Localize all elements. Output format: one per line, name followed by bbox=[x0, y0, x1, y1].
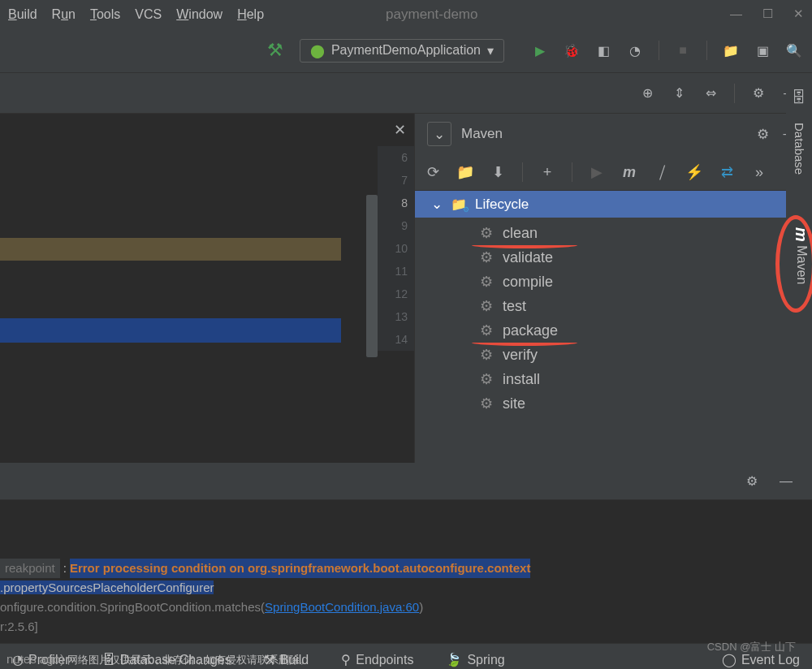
main-menu: BBuilduild Run Tools VCS Window Help bbox=[8, 7, 264, 22]
endpoints-icon: ⚲ bbox=[341, 652, 351, 667]
gear-icon: ⚙ bbox=[480, 273, 493, 291]
breakpoint-label: reakpoint bbox=[0, 559, 60, 578]
run-maven-icon[interactable]: ▶ bbox=[587, 162, 607, 182]
gear-icon[interactable]: ⚙ bbox=[742, 472, 762, 491]
gear-icon: ⚙ bbox=[480, 224, 493, 242]
reload-icon[interactable]: ⟳ bbox=[423, 162, 443, 182]
editor-scrollbar[interactable] bbox=[366, 195, 378, 357]
minimize-icon[interactable]: — bbox=[776, 472, 796, 491]
profile-icon[interactable]: ◔ bbox=[625, 41, 645, 60]
editor-highlight-blue bbox=[0, 318, 341, 343]
menu-vcs[interactable]: VCS bbox=[135, 7, 162, 22]
content-area: ✕ ⌄ 6 7 8 9 10 11 12 13 14 ⌄ Maven ⚙ — ⟳… bbox=[0, 114, 812, 463]
menu-run[interactable]: Run bbox=[52, 7, 76, 22]
maven-m-icon[interactable]: m bbox=[620, 162, 639, 182]
lifecycle-install[interactable]: ⚙install bbox=[415, 367, 812, 391]
menu-window[interactable]: Window bbox=[176, 7, 222, 22]
panel-chevron-icon[interactable]: ⌄ bbox=[427, 122, 451, 146]
gear-icon: ⚙ bbox=[480, 297, 493, 315]
panel-gear-icon[interactable]: ⚙ bbox=[753, 124, 772, 144]
watermark: CSDN @富士 山下 bbox=[707, 640, 796, 654]
annotation-mark bbox=[472, 242, 577, 248]
coverage-icon[interactable]: ◧ bbox=[594, 41, 613, 60]
skip-tests-icon[interactable]: ⧸ bbox=[652, 162, 672, 182]
lifecycle-test[interactable]: ⚙test bbox=[415, 294, 812, 318]
spring-tab[interactable]: 🍃Spring bbox=[446, 652, 504, 667]
lifecycle-list: ⚙clean ⚙validate ⚙compile ⚙test ⚙package… bbox=[415, 218, 812, 419]
spring-icon: 🍃 bbox=[446, 652, 462, 667]
console[interactable]: reakpoint : Error processing condition o… bbox=[0, 552, 812, 643]
gear-icon: ⚙ bbox=[480, 370, 493, 388]
line-number: 10 bbox=[378, 237, 408, 260]
lifecycle-clean[interactable]: ⚙clean bbox=[415, 221, 812, 245]
source-link[interactable]: SpringBootCondition.java:60 bbox=[265, 600, 419, 614]
error-text-2: .propertySourcesPlaceholderConfigurer bbox=[0, 581, 214, 594]
line-number: 14 bbox=[378, 328, 408, 351]
error-text: Error processing condition on org.spring… bbox=[70, 559, 531, 578]
close-icon[interactable]: ✕ bbox=[793, 6, 804, 21]
expand-icon[interactable]: ⇕ bbox=[669, 84, 689, 103]
more-icon[interactable]: » bbox=[749, 162, 769, 182]
folder-icon[interactable]: 📁 bbox=[721, 41, 741, 60]
line-number: 7 bbox=[378, 169, 408, 192]
line-number: 13 bbox=[378, 305, 408, 328]
lifecycle-node[interactable]: ⌄ 📁⚙ Lifecycle bbox=[415, 191, 812, 218]
endpoints-tab[interactable]: ⚲Endpoints bbox=[341, 652, 413, 667]
lifecycle-site[interactable]: ⚙site bbox=[415, 391, 812, 416]
editor[interactable]: ✕ ⌄ 6 7 8 9 10 11 12 13 14 bbox=[0, 114, 414, 463]
folder-gear-icon: 📁⚙ bbox=[451, 196, 467, 212]
maven-panel: ⌄ Maven ⚙ — ⟳ 📁 ⬇ + ▶ m ⧸ ⚡ ⇄ » ⌄ 📁⚙ Lif… bbox=[414, 114, 812, 463]
lifecycle-compile[interactable]: ⚙compile bbox=[415, 270, 812, 294]
window-controls: — ☐ ✕ bbox=[730, 6, 804, 21]
offline-icon[interactable]: ⚡ bbox=[685, 162, 704, 182]
run-anything-icon[interactable]: ▣ bbox=[753, 41, 772, 60]
line-number: 12 bbox=[378, 283, 408, 305]
target-icon[interactable]: ⊕ bbox=[637, 84, 657, 103]
annotation-mark bbox=[472, 339, 577, 346]
lifecycle-package[interactable]: ⚙package bbox=[415, 318, 812, 343]
menu-tools[interactable]: Tools bbox=[90, 7, 120, 22]
editor-highlight-yellow bbox=[0, 238, 341, 261]
line-number: 9 bbox=[378, 214, 408, 237]
build-hammer-icon[interactable]: ⚒ bbox=[267, 40, 283, 61]
gear-icon: ⚙ bbox=[480, 346, 493, 364]
titlebar: BBuilduild Run Tools VCS Window Help pay… bbox=[0, 0, 812, 28]
run-icon[interactable]: ▶ bbox=[530, 41, 550, 60]
generate-sources-icon[interactable]: 📁 bbox=[456, 162, 475, 182]
menu-help[interactable]: Help bbox=[237, 7, 264, 22]
stack-version: r:2.5.6] bbox=[0, 617, 812, 637]
stack-text: onfigure.condition.SpringBootCondition.m… bbox=[0, 600, 265, 614]
maven-toolbar: ⟳ 📁 ⬇ + ▶ m ⧸ ⚡ ⇄ » bbox=[415, 154, 812, 191]
download-icon[interactable]: ⬇ bbox=[488, 162, 508, 182]
editor-strip bbox=[0, 499, 812, 552]
show-deps-icon[interactable]: ⇄ bbox=[717, 162, 736, 182]
lifecycle-label: Lifecycle bbox=[475, 196, 529, 213]
line-number: 8 bbox=[378, 192, 408, 214]
collapse-icon[interactable]: ⇔ bbox=[701, 84, 720, 103]
minimize-icon[interactable]: — bbox=[730, 6, 742, 21]
line-number: 6 bbox=[378, 146, 408, 169]
close-tab-icon[interactable]: ✕ bbox=[394, 121, 406, 139]
maximize-icon[interactable]: ☐ bbox=[762, 6, 773, 21]
lifecycle-verify[interactable]: ⚙verify bbox=[415, 343, 812, 367]
run-config-label: PaymentDemoApplication bbox=[331, 43, 481, 58]
database-icon[interactable]: 🗄 bbox=[792, 89, 806, 106]
maven-panel-title: Maven bbox=[461, 126, 503, 142]
debug-icon[interactable]: 🐞 bbox=[562, 41, 581, 60]
stop-icon[interactable]: ■ bbox=[673, 41, 693, 60]
chevron-down-icon: ⌄ bbox=[431, 196, 443, 213]
gear-icon: ⚙ bbox=[480, 395, 493, 412]
line-gutter: 6 7 8 9 10 11 12 13 14 bbox=[378, 146, 414, 351]
gear-icon[interactable]: ⚙ bbox=[749, 84, 768, 103]
lifecycle-validate[interactable]: ⚙validate bbox=[415, 245, 812, 270]
main-toolbar: ⚒ ⬤ PaymentDemoApplication ▾ ▶ 🐞 ◧ ◔ ■ 📁… bbox=[0, 28, 812, 73]
panel-footer: ⚙ — bbox=[0, 463, 812, 499]
line-number: 11 bbox=[378, 260, 408, 283]
window-title: payment-demo bbox=[386, 6, 477, 23]
menu-build[interactable]: BBuilduild bbox=[8, 7, 37, 22]
run-config-selector[interactable]: ⬤ PaymentDemoApplication ▾ bbox=[300, 39, 504, 63]
database-tab[interactable]: Database bbox=[793, 123, 806, 175]
search-icon[interactable]: 🔍 bbox=[784, 41, 804, 60]
add-icon[interactable]: + bbox=[538, 162, 557, 182]
faded-footer: nutes ago) 网络图片仅供展示，非存储，如有侵权请联系删除。 bbox=[0, 650, 317, 669]
